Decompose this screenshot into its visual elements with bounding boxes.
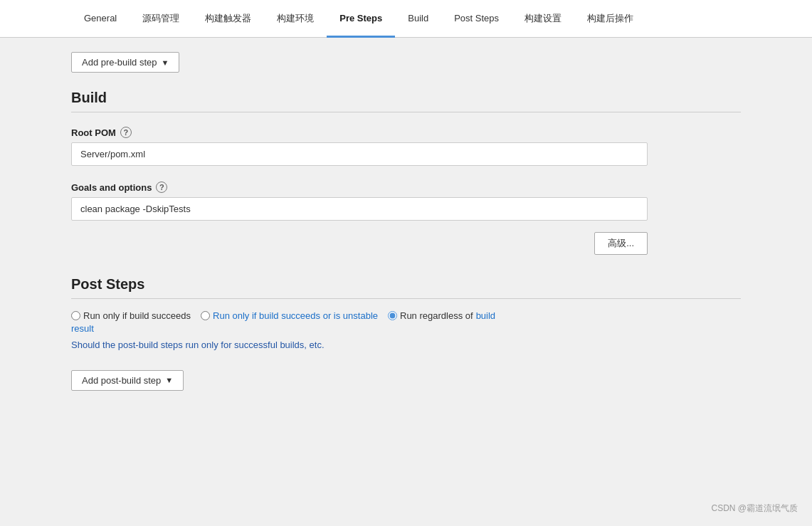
radio-regardless-text-run: Run regardless of (400, 309, 473, 323)
add-post-build-step-button[interactable]: Add post-build step ▼ (71, 370, 184, 391)
build-section: Build Root POM ? Goals and options ? 高级.… (71, 90, 741, 255)
goals-label-row: Goals and options ? (71, 182, 741, 193)
dropdown-arrow-icon: ▼ (162, 58, 169, 67)
add-post-build-step-label: Add post-build step (82, 375, 161, 386)
goals-label: Goals and options (71, 182, 152, 193)
tab-poststeps[interactable]: Post Steps (441, 1, 512, 38)
advanced-button-label: 高级... (608, 238, 634, 248)
goals-help-icon[interactable]: ? (156, 182, 167, 193)
radio-unstable-input[interactable] (201, 311, 210, 320)
pre-step-button-row: Add pre-build step ▼ (71, 52, 741, 73)
post-steps-description: Should the post-build steps run only for… (71, 340, 741, 350)
build-heading: Build (71, 90, 741, 112)
radio-success-input[interactable] (71, 311, 80, 320)
add-pre-build-step-label: Add pre-build step (82, 57, 157, 68)
root-pom-help-icon[interactable]: ? (120, 127, 132, 138)
tab-bar: General源码管理构建触发器构建环境Pre StepsBuildPost S… (0, 0, 812, 38)
radio-regardless-result-line: result (71, 323, 741, 334)
radio-regardless-input[interactable] (388, 311, 397, 320)
radio-regardless-text-build: build (476, 309, 495, 323)
add-pre-build-step-button[interactable]: Add pre-build step ▼ (71, 52, 179, 73)
radio-option-unstable[interactable]: Run only if build succeeds or is unstabl… (201, 309, 378, 323)
watermark: CSDN @霸道流氓气质 (711, 503, 798, 515)
tab-env[interactable]: 构建环境 (264, 1, 327, 38)
tab-settings[interactable]: 构建设置 (512, 1, 574, 38)
tab-general[interactable]: General (71, 1, 130, 38)
add-post-dropdown-icon: ▼ (165, 376, 173, 384)
advanced-row: 高级... (71, 232, 648, 255)
root-pom-input[interactable] (71, 142, 648, 166)
tab-postbuild[interactable]: 构建后操作 (574, 1, 646, 38)
tab-trigger[interactable]: 构建触发器 (192, 1, 264, 38)
radio-option-regardless[interactable]: Run regardless of build (388, 309, 495, 323)
post-steps-heading: Post Steps (71, 276, 741, 299)
tab-build[interactable]: Build (395, 1, 441, 38)
goals-input[interactable] (71, 197, 648, 221)
content-area: Add pre-build step ▼ Build Root POM ? Go… (0, 38, 812, 405)
post-steps-section: Post Steps Run only if build succeeds Ru… (71, 276, 741, 391)
radio-success-label: Run only if build succeeds (83, 309, 191, 323)
root-pom-label-row: Root POM ? (71, 127, 741, 138)
radio-options-row: Run only if build succeeds Run only if b… (71, 309, 741, 323)
page-wrapper: General源码管理构建触发器构建环境Pre StepsBuildPost S… (0, 0, 812, 526)
root-pom-label: Root POM (71, 127, 116, 138)
tab-presteps[interactable]: Pre Steps (327, 1, 395, 38)
radio-unstable-label: Run only if build succeeds or is unstabl… (213, 309, 378, 323)
advanced-button[interactable]: 高级... (594, 232, 648, 255)
radio-option-success[interactable]: Run only if build succeeds (71, 309, 191, 323)
tab-source[interactable]: 源码管理 (130, 1, 192, 38)
